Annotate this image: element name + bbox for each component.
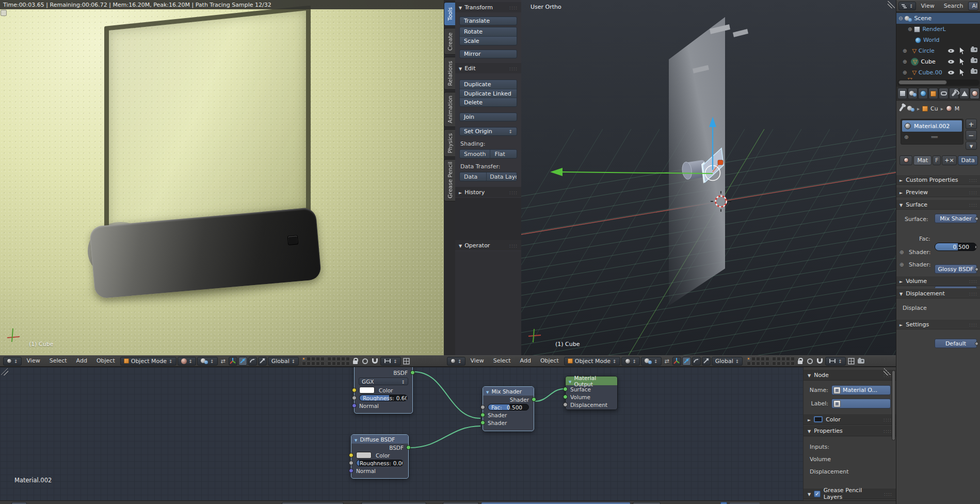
join-button[interactable]: Join xyxy=(459,113,517,121)
surface-input-socket[interactable] xyxy=(563,387,568,391)
shader-output-socket[interactable] xyxy=(532,397,536,402)
distribution-dropdown[interactable]: GGX xyxy=(359,377,408,385)
layer-cell[interactable] xyxy=(320,361,325,366)
volume-header[interactable]: Volume xyxy=(896,276,980,286)
render-camera-button[interactable] xyxy=(857,357,865,366)
layer-cell[interactable] xyxy=(781,357,785,361)
preview-header[interactable]: Preview xyxy=(896,187,980,197)
outliner-row-cube001[interactable]: Cube.00 xyxy=(896,67,980,78)
tab-modifiers[interactable] xyxy=(949,88,959,99)
node-name-field[interactable]: Material O... xyxy=(831,385,891,395)
editor-type-dropdown[interactable] xyxy=(3,357,22,366)
layer-cell[interactable] xyxy=(765,361,769,366)
menu-view[interactable]: View xyxy=(917,1,939,11)
grease-pencil-layers-header[interactable]: Grease Pencil Layers xyxy=(804,488,896,499)
layer-cell[interactable] xyxy=(756,361,760,366)
set-origin-dropdown[interactable]: Set Origin xyxy=(459,127,517,136)
expander-icon[interactable] xyxy=(903,58,907,65)
expander-icon[interactable] xyxy=(903,48,907,54)
snap-button[interactable] xyxy=(371,357,379,366)
layer-cell[interactable] xyxy=(336,361,341,366)
display-mode-dropdown[interactable]: Al xyxy=(968,2,978,10)
node-diffuse-bsdf[interactable]: Diffuse BSDF BSDF Color Roughness: 0.000 xyxy=(351,434,409,479)
tab-material[interactable] xyxy=(970,88,979,99)
edit-panel-header[interactable]: Edit xyxy=(455,63,521,73)
snap-element-dropdown[interactable] xyxy=(380,357,401,366)
layer-cell[interactable] xyxy=(327,357,331,361)
visibility-eye-icon[interactable] xyxy=(948,48,954,54)
shader-type-buttons-top[interactable] xyxy=(282,502,344,504)
shader1-dropdown[interactable]: Glossy BSDF xyxy=(935,264,977,274)
expander-icon[interactable] xyxy=(898,15,903,22)
layer-cell[interactable] xyxy=(327,361,331,366)
region-corner-handle[interactable] xyxy=(883,368,891,375)
data-pin-button[interactable]: Data xyxy=(958,155,978,165)
layer-cell[interactable] xyxy=(786,357,790,361)
orientation-dropdown[interactable]: Global xyxy=(712,357,743,366)
layer-cell[interactable] xyxy=(765,357,769,361)
layer-cell[interactable] xyxy=(316,361,320,366)
layer-cell[interactable] xyxy=(756,357,760,361)
flat-button[interactable]: Flat xyxy=(490,150,517,158)
layer-cell[interactable] xyxy=(341,357,345,361)
layer-cell[interactable] xyxy=(777,361,781,366)
duplicate-button[interactable]: Duplicate xyxy=(460,80,517,89)
menu-select[interactable]: Select xyxy=(45,356,71,366)
shader-output-socket[interactable] xyxy=(410,370,415,375)
custom-properties-header[interactable]: Custom Properties xyxy=(896,175,980,185)
color-input-socket[interactable] xyxy=(352,388,357,392)
layer-cell[interactable] xyxy=(777,357,781,361)
node-header[interactable]: Diffuse BSDF xyxy=(351,435,408,444)
selectable-arrow-icon[interactable] xyxy=(960,58,965,65)
renderable-camera-icon[interactable] xyxy=(971,48,977,52)
data-button[interactable]: Data xyxy=(460,172,487,181)
toolshelf-tab-grease-pencil[interactable]: Grease Pencil xyxy=(444,159,455,201)
displacement-header[interactable]: Displacement xyxy=(896,288,980,298)
toolshelf-tab-physics[interactable]: Physics xyxy=(444,129,455,157)
snap-button[interactable] xyxy=(815,357,824,366)
extend-shader-icon[interactable] xyxy=(899,261,904,268)
shader-context-buttons-top[interactable] xyxy=(361,502,426,504)
manipulator-axes-button[interactable] xyxy=(672,357,681,366)
layer-cell[interactable] xyxy=(751,357,756,361)
layer-cell[interactable] xyxy=(346,357,350,361)
layer-cell[interactable] xyxy=(791,357,795,361)
shading-dropdown[interactable] xyxy=(178,357,197,366)
proportional-edit-button[interactable] xyxy=(806,357,814,366)
material-name-button[interactable]: Mat xyxy=(913,155,931,165)
roughness-input-socket[interactable] xyxy=(352,396,357,400)
render-ob-button[interactable] xyxy=(402,357,411,366)
expander-icon[interactable] xyxy=(903,69,907,76)
mirror-button[interactable]: Mirror xyxy=(459,50,517,58)
properties-section-header[interactable]: Properties xyxy=(804,425,896,436)
node-material-output[interactable]: Material Output Surface Volume Displacem… xyxy=(565,376,618,410)
npanel-scrollbar[interactable] xyxy=(892,370,895,440)
visibility-eye-icon[interactable] xyxy=(948,69,954,75)
pivot-dropdown[interactable] xyxy=(197,357,218,366)
roughness-slider[interactable]: Roughness: 0.608 xyxy=(359,395,408,401)
fake-user-button[interactable]: F xyxy=(933,155,941,165)
duplicate-linked-button[interactable]: Duplicate Linked xyxy=(460,89,517,98)
browse-material-button[interactable] xyxy=(899,155,912,165)
displacement-input-socket[interactable] xyxy=(563,402,568,407)
layer-cell[interactable] xyxy=(761,361,765,366)
layer-cell[interactable] xyxy=(311,361,315,366)
displace-dropdown[interactable]: Default xyxy=(935,339,977,348)
manipulator-translate-button[interactable] xyxy=(238,357,247,366)
manipulator-scale-button[interactable] xyxy=(258,357,267,366)
color-section-header[interactable]: Color xyxy=(804,414,896,425)
fac-slider[interactable]: 0.500 xyxy=(935,243,977,251)
outliner-row-scene[interactable]: Scene xyxy=(896,13,980,24)
selectable-arrow-icon[interactable] xyxy=(960,69,965,76)
region-corner-handle[interactable] xyxy=(888,1,895,8)
delete-button[interactable]: Delete xyxy=(460,98,517,106)
lock-to-scene-button[interactable] xyxy=(796,357,805,366)
fac-input-socket[interactable] xyxy=(480,405,485,410)
layer-cell[interactable] xyxy=(786,361,790,366)
outliner-row-renderlayers[interactable]: RenderL xyxy=(896,24,980,35)
area-light[interactable] xyxy=(733,29,748,37)
tab-render-layers[interactable] xyxy=(897,88,907,99)
layer-cell[interactable] xyxy=(761,357,765,361)
layer-cell[interactable] xyxy=(332,361,336,366)
toolshelf-tab-animation[interactable]: Animation xyxy=(444,92,455,127)
